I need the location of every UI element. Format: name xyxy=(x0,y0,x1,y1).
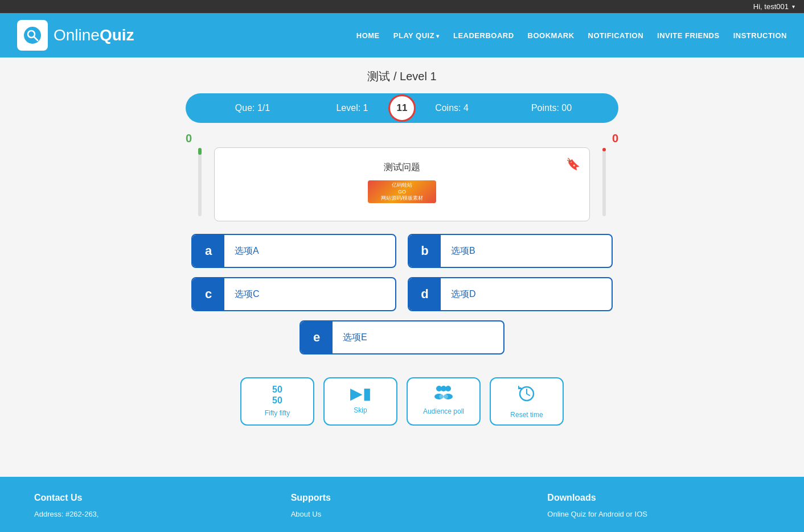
nav-link-invite-friends[interactable]: INVITE FRIENDS xyxy=(657,31,720,40)
lifeline-audience-poll[interactable]: Audience poll xyxy=(407,377,481,426)
fifty-fifty-label: Fifty fifty xyxy=(265,409,290,417)
option-b[interactable]: b 选项B xyxy=(408,234,613,268)
option-b-text: 选项B xyxy=(441,245,486,257)
score-left: 0 xyxy=(186,132,192,145)
options-grid: a 选项A b 选项B c 选项C d 选项D e 选项E xyxy=(186,234,618,364)
bookmark-icon[interactable]: 🔖 xyxy=(566,157,580,171)
top-bar: Hi, test001 ▾ xyxy=(0,0,804,13)
user-greeting: Hi, test001 xyxy=(753,2,789,11)
nav-link-notification[interactable]: NOTIFICATION xyxy=(588,31,643,40)
footer-about-link[interactable]: About Us xyxy=(291,510,321,518)
nav-link-instruction[interactable]: INSTRUCTION xyxy=(733,31,787,40)
score-area: 0 0 xyxy=(186,132,618,145)
reset-time-icon xyxy=(517,384,536,407)
footer-supports: Supports About Us xyxy=(291,493,514,521)
audience-poll-label: Audience poll xyxy=(423,407,464,415)
page-title: 测试 / Level 1 xyxy=(367,69,436,84)
options-row-e: e 选项E xyxy=(186,320,618,354)
option-c-text: 选项C xyxy=(224,288,270,300)
svg-line-11 xyxy=(527,394,530,395)
score-right: 0 xyxy=(612,132,618,145)
option-e-label: e xyxy=(301,321,333,353)
navbar: OnlineQuiz HOMEPLAY QUIZLEADERBOARDBOOKM… xyxy=(0,13,804,57)
quiz-header: Que: 1/1 Level: 1 11 Coins: 4 Points: 00 xyxy=(186,93,618,123)
skip-label: Skip xyxy=(354,406,367,414)
footer-supports-heading: Supports xyxy=(291,493,514,503)
reset-time-label: Reset time xyxy=(510,411,543,419)
nav-link-bookmark[interactable]: BOOKMARK xyxy=(528,31,575,40)
option-a-label: a xyxy=(192,235,224,267)
nav-link-play-quiz[interactable]: PLAY QUIZ xyxy=(393,31,440,40)
lifeline-skip[interactable]: ▶▮ Skip xyxy=(323,377,397,426)
logo-area: OnlineQuiz xyxy=(17,20,356,51)
question-counter: Que: 1/1 xyxy=(203,103,302,113)
footer-contact-address: Address: #262-263, xyxy=(34,508,257,521)
svg-point-5 xyxy=(441,386,446,391)
nav-links: HOMEPLAY QUIZLEADERBOARDBOOKMARKNOTIFICA… xyxy=(356,30,787,40)
logo-text: OnlineQuiz xyxy=(54,26,134,44)
option-c[interactable]: c 选项C xyxy=(191,277,396,311)
bar-left xyxy=(198,148,202,216)
footer: Contact Us Address: #262-263, Supports A… xyxy=(0,477,804,532)
fifty-fifty-icon: 5050 xyxy=(272,384,282,406)
question-card: 测试问题 🔖 亿码蛙站GO网站源码/模板素材 xyxy=(214,147,590,221)
question-text: 测试问题 xyxy=(384,162,420,174)
option-a[interactable]: a 选项A xyxy=(191,234,396,268)
lifeline-reset-time[interactable]: Reset time xyxy=(490,377,564,426)
lifelines: 5050 Fifty fifty ▶▮ Skip Audience poll xyxy=(240,377,564,426)
timer-circle: 11 xyxy=(388,94,416,122)
option-e-text: 选项E xyxy=(333,332,378,344)
question-image: 亿码蛙站GO网站源码/模板素材 xyxy=(368,180,436,203)
footer-contact: Contact Us Address: #262-263, xyxy=(34,493,257,521)
option-d-label: d xyxy=(409,278,441,310)
options-row-cd: c 选项C d 选项D xyxy=(186,277,618,311)
svg-point-8 xyxy=(439,394,448,399)
user-menu-caret[interactable]: ▾ xyxy=(792,3,795,10)
option-e[interactable]: e 选项E xyxy=(300,320,504,354)
lifeline-fifty-fifty[interactable]: 5050 Fifty fifty xyxy=(240,377,314,426)
option-d[interactable]: d 选项D xyxy=(408,277,613,311)
main-content: 测试 / Level 1 Que: 1/1 Level: 1 11 Coins:… xyxy=(0,57,804,477)
logo-icon xyxy=(17,20,48,51)
footer-downloads: Downloads Online Quiz for Android or IOS xyxy=(547,493,770,521)
skip-icon: ▶▮ xyxy=(350,384,371,403)
bar-left-fill xyxy=(198,148,202,155)
coins-display: Coins: 4 xyxy=(402,103,502,113)
options-row-ab: a 选项A b 选项B xyxy=(186,234,618,268)
svg-point-0 xyxy=(23,26,42,44)
option-b-label: b xyxy=(409,235,441,267)
bar-right-fill xyxy=(602,148,606,151)
option-c-label: c xyxy=(192,278,224,310)
level-indicator: Level: 1 xyxy=(302,103,402,113)
bar-right xyxy=(602,148,606,216)
nav-link-home[interactable]: HOME xyxy=(356,31,380,40)
footer-contact-heading: Contact Us xyxy=(34,493,257,503)
footer-downloads-text: Online Quiz for Android or IOS xyxy=(547,508,770,521)
option-d-text: 选项D xyxy=(441,288,486,300)
nav-link-leaderboard[interactable]: LEADERBOARD xyxy=(453,31,514,40)
audience-poll-icon xyxy=(433,384,454,404)
option-a-text: 选项A xyxy=(224,245,269,257)
footer-downloads-heading: Downloads xyxy=(547,493,770,503)
points-display: Points: 00 xyxy=(502,103,601,113)
